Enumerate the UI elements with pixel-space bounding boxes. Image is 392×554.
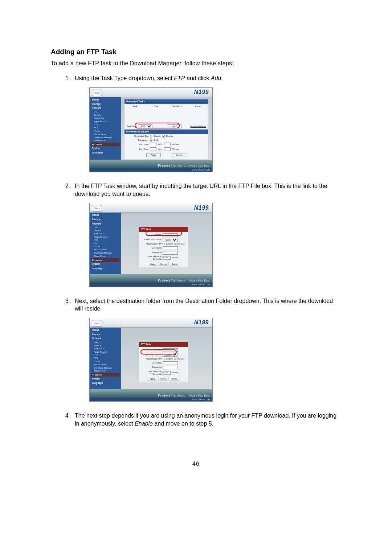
username-label: Username [140,247,162,250]
nav-network[interactable]: Network [91,337,119,341]
cancel-button[interactable]: Cancel [159,377,168,381]
nav-storage[interactable]: Storage [91,102,119,106]
nav-sub[interactable]: Service [91,229,119,232]
nav-sub[interactable]: NFS [91,242,119,245]
dest-folder-label: Destination Folder [140,238,162,241]
page-number: 46 [51,460,341,468]
ftp-file-input[interactable] [163,233,178,237]
nav-sub[interactable]: Service [91,114,119,117]
nav-sub[interactable]: Download Manager [91,136,119,139]
username-input[interactable] [163,361,178,365]
nav-accounts[interactable]: Accounts [91,143,119,146]
nav-sub[interactable]: Share Folder [91,139,119,142]
ftp-dialog-title: FTP Task [139,227,188,232]
nav-sub[interactable]: Apple Network [91,120,119,123]
nav-sub[interactable]: Apple Network [91,236,119,239]
nav-network[interactable]: Network [91,222,119,226]
end-hour-input[interactable] [150,147,156,151]
nav-sub[interactable]: LAN [91,111,119,114]
enable-radio[interactable] [163,358,165,360]
apply-button[interactable]: Apply [146,153,161,157]
password-label: Password [140,366,162,369]
nav-sub[interactable]: FTP [91,123,119,126]
add-button[interactable]: Add [167,124,181,128]
disable-radio[interactable] [174,243,176,245]
dest-folder-dropdown[interactable]: Donna [163,353,178,357]
nav-system[interactable]: System [91,147,119,151]
ftp-file-label: FTP File [140,349,162,352]
nav-sub[interactable]: Media Server [91,249,119,251]
ftp-file-label: FTP File [140,234,162,237]
nav-sub[interactable]: FTP [91,239,119,242]
intro-paragraph: To add a new FTP task to the Download Ma… [51,59,341,67]
scheduler-stat-label: Scheduler Stat [127,135,148,138]
nav-sub[interactable]: LAN [91,226,119,229]
cancel-button[interactable]: Cancel [172,153,186,157]
apply-button[interactable]: Apply [148,262,157,266]
step-text: In the FTP Task window, start by inputti… [75,183,327,197]
step-4: 4. The next step depends if you are usin… [65,412,341,427]
start-hour-input[interactable] [150,143,156,146]
nav-language[interactable]: Language [91,381,119,385]
nav-accounts[interactable]: Accounts [91,258,119,262]
disable-radio[interactable] [174,358,176,360]
enable-radio[interactable] [150,135,152,138]
nav-sub[interactable]: iTunes [91,245,119,248]
nav-sub[interactable]: iTunes [91,130,119,133]
enable-radio[interactable] [163,243,165,245]
daily-radio[interactable] [150,139,152,141]
username-input[interactable] [163,246,178,250]
nav-sub[interactable]: Download Manager [91,367,119,370]
nav-sub[interactable]: Download Manager [91,252,119,255]
em-enable: Enable [135,420,153,427]
nav-sub[interactable]: Apple Network [91,351,119,354]
nav-sub[interactable]: SMB/CIFS [91,348,119,350]
nav-sub[interactable]: NFS [91,127,119,130]
nav-sub[interactable]: Media Server [91,133,119,136]
dest-folder-dropdown[interactable]: Donna [163,238,178,242]
back-button[interactable]: Back [170,262,179,266]
nav-storage[interactable]: Storage [91,218,119,222]
disable-radio[interactable] [162,135,165,138]
nav-status[interactable]: Status [91,328,119,332]
nav-sub[interactable]: SMB/CIFS [91,117,119,120]
nav-storage[interactable]: Storage [91,333,119,337]
step-1: 1. Using the Task Type dropdown, select … [65,74,341,172]
nav-sub[interactable]: LAN [91,341,119,344]
back-button[interactable]: Back [170,377,179,381]
nav-status[interactable]: Status [91,98,119,102]
end-time-label: End Time [127,148,148,151]
bandwidth-input[interactable]: 1024 [163,371,171,375]
username-label: Username [140,362,162,365]
nav-system[interactable]: System [91,262,119,266]
start-min-input[interactable] [164,143,171,146]
nav-sub[interactable]: Media Server [91,364,119,366]
nav-sub[interactable]: Share Folder [91,370,119,373]
brand-badge: N199 [194,88,209,96]
thecus-logo: Thecus [92,90,102,96]
password-input[interactable] [163,251,178,255]
ftp-file-input[interactable] [163,348,178,352]
disable-refresh-link[interactable]: Disable Refresh [190,125,206,128]
nav-status[interactable]: Status [91,213,119,217]
step-number: 3. [65,297,72,305]
nav-network[interactable]: Network [91,106,119,110]
nav-language[interactable]: Language [91,267,119,271]
nav-sub[interactable]: iTunes [91,360,119,363]
nav-sub[interactable]: Service [91,344,119,347]
section-heading: Adding an FTP Task [51,47,341,57]
task-type-dropdown[interactable]: FTP [138,124,152,128]
nav-accounts[interactable]: Accounts [91,373,119,377]
cancel-button[interactable]: Cancel [159,262,168,266]
footer-slogan: Protect Your Assets — Secure Your Data [158,163,209,168]
nav-sub[interactable]: NFS [91,357,119,360]
nav-system[interactable]: System [91,377,119,381]
end-min-input[interactable] [164,147,171,151]
nav-sub[interactable]: SMB/CIFS [91,233,119,235]
bandwidth-input[interactable]: 1024 [163,256,171,260]
nav-sub[interactable]: Share Folder [91,255,119,258]
nav-language[interactable]: Language [91,151,119,155]
password-input[interactable] [163,366,178,369]
apply-button[interactable]: Apply [148,377,157,381]
nav-sub[interactable]: FTP [91,354,119,357]
